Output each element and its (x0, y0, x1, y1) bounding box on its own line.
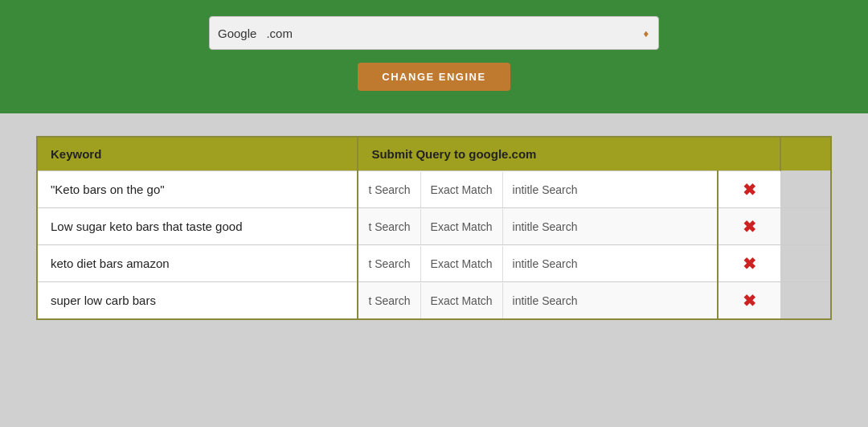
delete-cell[interactable]: ✖ (718, 282, 780, 320)
intitle-search-link[interactable]: intitle Search (503, 172, 588, 207)
intitle-search-link[interactable]: intitle Search (503, 246, 588, 281)
col-delete-header (780, 137, 831, 171)
dropdown-arrow-icon[interactable]: ⬧ (642, 26, 650, 40)
actions-cell: t Search Exact Match intitle Search (358, 208, 717, 245)
delete-icon[interactable]: ✖ (743, 292, 756, 310)
keyword-cell: super low carb bars (37, 282, 358, 320)
table-header-row: Keyword Submit Query to google.com (37, 137, 831, 171)
keyword-cell: Low sugar keto bars that taste good (37, 208, 358, 245)
intitle-search-link[interactable]: intitle Search (503, 209, 588, 244)
delete-cell[interactable]: ✖ (718, 171, 780, 208)
exact-match-link[interactable]: Exact Match (421, 283, 503, 318)
intitle-search-link[interactable]: intitle Search (503, 283, 588, 318)
table-row: super low carb bars t Search Exact Match… (37, 282, 831, 320)
actions-cell: t Search Exact Match intitle Search (358, 171, 717, 208)
col-submit-header: Submit Query to google.com (358, 137, 780, 171)
actions-cell: t Search Exact Match intitle Search (358, 245, 717, 282)
search-link[interactable]: t Search (358, 283, 420, 318)
delete-icon[interactable]: ✖ (743, 181, 756, 199)
engine-domain: .com (266, 27, 293, 40)
delete-icon[interactable]: ✖ (743, 218, 756, 236)
table-row: "Keto bars on the go" t Search Exact Mat… (37, 171, 831, 208)
search-link[interactable]: t Search (358, 172, 420, 207)
exact-match-link[interactable]: Exact Match (421, 172, 503, 207)
exact-match-link[interactable]: Exact Match (421, 209, 503, 244)
keyword-cell: "Keto bars on the go" (37, 171, 358, 208)
main-content: Keyword Submit Query to google.com "Keto… (0, 113, 868, 343)
exact-match-link[interactable]: Exact Match (421, 246, 503, 281)
keyword-cell: keto diet bars amazon (37, 245, 358, 282)
delete-icon[interactable]: ✖ (743, 255, 756, 273)
keyword-table: Keyword Submit Query to google.com "Keto… (36, 136, 832, 320)
delete-cell[interactable]: ✖ (718, 245, 780, 282)
header-section: Google .com ⬧ CHANGE ENGINE (0, 0, 868, 113)
table-row: keto diet bars amazon t Search Exact Mat… (37, 245, 831, 282)
delete-cell[interactable]: ✖ (718, 208, 780, 245)
col-keyword-header: Keyword (37, 137, 358, 171)
search-link[interactable]: t Search (358, 209, 420, 244)
engine-name: Google (218, 27, 266, 40)
actions-cell: t Search Exact Match intitle Search (358, 282, 717, 320)
engine-select[interactable]: Google .com ⬧ (209, 16, 659, 50)
table-row: Low sugar keto bars that taste good t Se… (37, 208, 831, 245)
change-engine-button[interactable]: CHANGE ENGINE (358, 63, 510, 91)
search-link[interactable]: t Search (358, 246, 420, 281)
